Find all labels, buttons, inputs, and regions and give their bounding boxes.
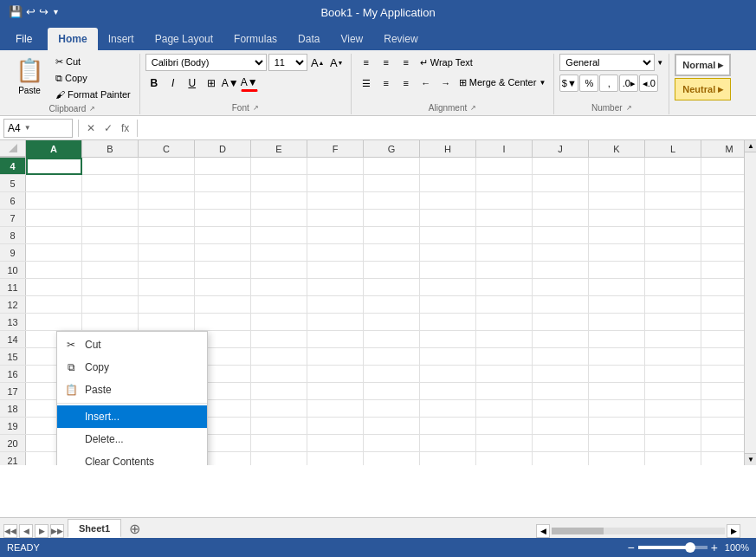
col-header-J[interactable]: J — [533, 140, 589, 158]
row-num-8[interactable]: 8 — [0, 227, 26, 243]
cell-E15[interactable] — [251, 348, 307, 366]
cell-A6[interactable] — [26, 192, 82, 210]
cell-E14[interactable] — [251, 331, 307, 348]
fill-color-button[interactable]: A▼ — [222, 74, 239, 92]
style-normal-button[interactable]: Normal ▶ — [675, 54, 731, 76]
cell-J13[interactable] — [533, 314, 589, 331]
tab-file[interactable]: File — [3, 28, 44, 50]
cell-E4[interactable] — [251, 158, 307, 175]
cell-D6[interactable] — [195, 192, 251, 210]
cell-F16[interactable] — [307, 366, 364, 383]
cell-J9[interactable] — [533, 244, 589, 262]
sheet-nav-next[interactable]: ▶ — [35, 524, 48, 538]
cell-G21[interactable] — [364, 452, 420, 465]
cell-I17[interactable] — [476, 383, 533, 400]
cell-L5[interactable] — [645, 175, 701, 192]
cell-G13[interactable] — [364, 314, 420, 331]
cell-D11[interactable] — [195, 279, 251, 296]
cell-E18[interactable] — [251, 400, 307, 418]
cell-H9[interactable] — [420, 244, 476, 262]
cell-G17[interactable] — [364, 383, 420, 400]
cell-L12[interactable] — [645, 296, 701, 314]
cell-D5[interactable] — [195, 175, 251, 192]
cell-K7[interactable] — [589, 210, 645, 227]
cell-B8[interactable] — [82, 227, 139, 244]
align-top-right-btn[interactable]: ≡ — [397, 54, 416, 71]
cell-I8[interactable] — [476, 227, 533, 244]
ctx-delete[interactable]: Delete... — [57, 428, 207, 450]
formula-fx-btn[interactable]: fx — [119, 122, 132, 134]
cell-E12[interactable] — [251, 296, 307, 314]
format-painter-button[interactable]: 🖌 Format Painter — [52, 87, 134, 102]
cell-D8[interactable] — [195, 227, 251, 244]
cell-F10[interactable] — [307, 262, 364, 279]
zoom-plus-btn[interactable]: + — [711, 541, 718, 554]
tab-page-layout[interactable]: Page Layout — [145, 28, 223, 50]
cell-J10[interactable] — [533, 262, 589, 279]
cell-K9[interactable] — [589, 244, 645, 262]
cell-K13[interactable] — [589, 314, 645, 331]
cell-J21[interactable] — [533, 452, 589, 465]
align-top-center-btn[interactable]: ≡ — [377, 54, 396, 71]
cell-F14[interactable] — [307, 331, 364, 348]
cell-D4[interactable] — [195, 158, 251, 175]
tab-view[interactable]: View — [330, 28, 373, 50]
zoom-slider[interactable] — [638, 546, 708, 549]
cell-H7[interactable] — [420, 210, 476, 227]
cell-J7[interactable] — [533, 210, 589, 227]
cell-G15[interactable] — [364, 348, 420, 366]
cell-E11[interactable] — [251, 279, 307, 296]
cell-K6[interactable] — [589, 192, 645, 210]
cell-B10[interactable] — [82, 262, 139, 279]
cell-H5[interactable] — [420, 175, 476, 192]
cell-L16[interactable] — [645, 366, 701, 383]
align-center-btn[interactable]: ≡ — [377, 74, 396, 92]
cell-J15[interactable] — [533, 348, 589, 366]
cell-E21[interactable] — [251, 452, 307, 465]
formula-confirm-btn[interactable]: ✓ — [101, 122, 115, 134]
cell-H12[interactable] — [420, 296, 476, 314]
cell-I20[interactable] — [476, 435, 533, 452]
cell-L7[interactable] — [645, 210, 701, 227]
style-normal-dropdown[interactable]: ▶ — [718, 62, 723, 69]
cell-I18[interactable] — [476, 400, 533, 418]
cell-H20[interactable] — [420, 435, 476, 452]
cell-J17[interactable] — [533, 383, 589, 400]
cell-F17[interactable] — [307, 383, 364, 400]
cell-D7[interactable] — [195, 210, 251, 227]
cell-G5[interactable] — [364, 175, 420, 192]
cell-J5[interactable] — [533, 175, 589, 192]
cut-button[interactable]: ✂ Cut — [52, 54, 134, 69]
sheet-tab-sheet1[interactable]: Sheet1 — [68, 519, 121, 538]
cell-F7[interactable] — [307, 210, 364, 227]
number-format-select[interactable]: General — [559, 54, 655, 71]
cell-L19[interactable] — [645, 418, 701, 435]
cell-I5[interactable] — [476, 175, 533, 192]
cell-F21[interactable] — [307, 452, 364, 465]
row-num-16[interactable]: 16 — [0, 366, 26, 382]
col-header-E[interactable]: E — [251, 140, 307, 158]
cell-C6[interactable] — [139, 192, 195, 210]
row-num-13[interactable]: 13 — [0, 314, 26, 330]
alignment-expand-icon[interactable]: ↗ — [470, 104, 476, 112]
style-neutral-button[interactable]: Neutral ▶ — [675, 78, 731, 100]
cell-G10[interactable] — [364, 262, 420, 279]
hscroll-track[interactable] — [552, 528, 725, 534]
cell-J4[interactable] — [533, 158, 589, 175]
row-num-20[interactable]: 20 — [0, 435, 26, 451]
cell-I7[interactable] — [476, 210, 533, 227]
style-neutral-dropdown[interactable]: ▶ — [718, 86, 723, 94]
cell-L11[interactable] — [645, 279, 701, 296]
row-num-10[interactable]: 10 — [0, 262, 26, 278]
cell-I10[interactable] — [476, 262, 533, 279]
cell-H15[interactable] — [420, 348, 476, 366]
cell-I12[interactable] — [476, 296, 533, 314]
indent-increase-btn[interactable]: → — [436, 74, 456, 92]
tab-home[interactable]: Home — [48, 28, 97, 50]
col-header-L[interactable]: L — [645, 140, 701, 158]
cell-L20[interactable] — [645, 435, 701, 452]
save-icon[interactable]: 💾 — [9, 5, 23, 18]
cell-I6[interactable] — [476, 192, 533, 210]
cell-I13[interactable] — [476, 314, 533, 331]
increase-decimal-button[interactable]: ◂.0 — [639, 74, 658, 92]
